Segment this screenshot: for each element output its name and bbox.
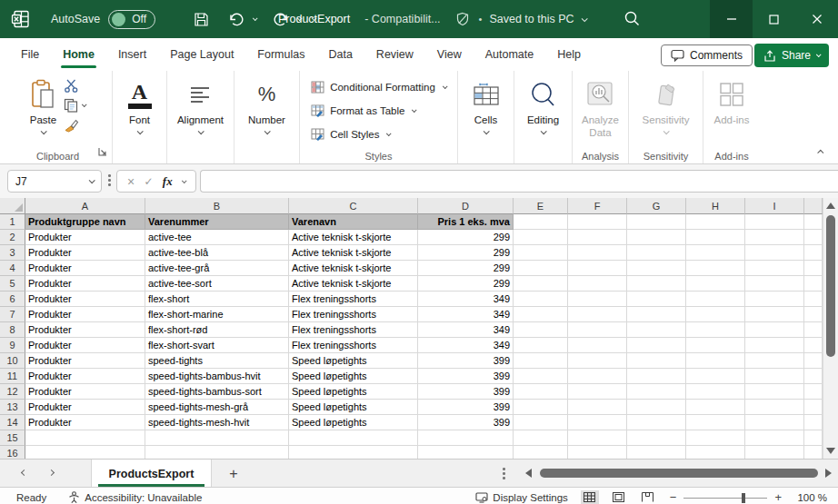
view-normal-icon[interactable] — [581, 490, 599, 504]
formula-input[interactable] — [200, 170, 838, 193]
cell-E16[interactable] — [514, 446, 568, 459]
cell-A2[interactable]: Produkter — [25, 230, 145, 245]
cell-x16[interactable] — [804, 446, 823, 459]
zoom-in-button[interactable]: + — [774, 490, 782, 504]
cell-H2[interactable] — [686, 230, 745, 245]
cell-G1[interactable] — [627, 214, 686, 230]
editing-button[interactable]: Editing — [527, 75, 559, 134]
column-header-C[interactable]: C — [289, 198, 418, 214]
cell-B9[interactable]: flex-short-svart — [145, 338, 289, 353]
cell-B11[interactable]: speed-tights-bambus-hvit — [145, 369, 289, 384]
cell-D9[interactable]: 349 — [418, 338, 514, 353]
cell-B13[interactable]: speed-tights-mesh-grå — [145, 400, 289, 415]
scroll-down-arrow[interactable] — [826, 448, 835, 454]
cell-A15[interactable] — [25, 430, 145, 446]
cell-x3[interactable] — [804, 245, 823, 261]
insert-function-icon[interactable]: fx — [163, 174, 173, 189]
cell-A14[interactable]: Produkter — [25, 415, 145, 430]
cell-E9[interactable] — [514, 338, 568, 353]
cell-G8[interactable] — [627, 322, 686, 338]
cell-E15[interactable] — [514, 430, 568, 446]
cell-A7[interactable]: Produkter — [25, 307, 145, 322]
tab-review[interactable]: Review — [364, 38, 425, 71]
cell-I8[interactable] — [745, 322, 804, 338]
cell-D14[interactable]: 399 — [418, 415, 514, 430]
cell-D16[interactable] — [418, 446, 514, 459]
cell-D10[interactable]: 399 — [418, 353, 514, 369]
cell-x14[interactable] — [804, 415, 823, 430]
column-header-G[interactable]: G — [627, 198, 686, 214]
cell-F5[interactable] — [568, 276, 627, 292]
display-settings-button[interactable]: Display Settings — [475, 492, 567, 503]
cell-A16[interactable] — [25, 446, 145, 459]
cell-x6[interactable] — [804, 292, 823, 307]
search-icon[interactable] — [624, 10, 641, 31]
cell-F7[interactable] — [568, 307, 627, 322]
cell-F2[interactable] — [568, 230, 627, 245]
tab-insert[interactable]: Insert — [106, 38, 158, 71]
insert-function-chevron[interactable] — [182, 178, 187, 183]
cell-D2[interactable]: 299 — [418, 230, 514, 245]
cell-H7[interactable] — [686, 307, 745, 322]
formula-bar-drag-handle[interactable] — [108, 174, 111, 186]
cell-I1[interactable] — [745, 214, 804, 230]
column-header-E[interactable]: E — [514, 198, 568, 214]
cell-x5[interactable] — [804, 276, 823, 292]
cell-H1[interactable] — [686, 214, 745, 230]
cell-I11[interactable] — [745, 369, 804, 384]
cell-E5[interactable] — [514, 276, 568, 292]
row-header-2[interactable]: 2 — [0, 230, 25, 245]
cell-C8[interactable]: Flex treningsshorts — [289, 322, 418, 338]
cell-F11[interactable] — [568, 369, 627, 384]
cell-F16[interactable] — [568, 446, 627, 459]
cell-F13[interactable] — [568, 400, 627, 415]
cell-F8[interactable] — [568, 322, 627, 338]
tab-page-layout[interactable]: Page Layout — [158, 38, 245, 71]
cell-I5[interactable] — [745, 276, 804, 292]
document-title[interactable]: ProductExport — [278, 13, 350, 25]
cell-D15[interactable] — [418, 430, 514, 446]
conditional-formatting-button[interactable]: Conditional Formatting — [311, 75, 446, 99]
undo-button[interactable] — [228, 13, 244, 26]
column-header-B[interactable]: B — [145, 198, 289, 214]
cell-H15[interactable] — [686, 430, 745, 446]
cell-H14[interactable] — [686, 415, 745, 430]
saved-status-chevron[interactable] — [581, 15, 587, 22]
font-button[interactable]: A Font — [128, 75, 152, 134]
row-header-10[interactable]: 10 — [0, 353, 25, 369]
cell-x7[interactable] — [804, 307, 823, 322]
cell-I16[interactable] — [745, 446, 804, 459]
cell-D7[interactable]: 349 — [418, 307, 514, 322]
cell-D3[interactable]: 299 — [418, 245, 514, 261]
cell-G9[interactable] — [627, 338, 686, 353]
cell-D11[interactable]: 399 — [418, 369, 514, 384]
cell-F4[interactable] — [568, 261, 627, 276]
cell-E8[interactable] — [514, 322, 568, 338]
save-button[interactable] — [194, 12, 209, 27]
cell-H5[interactable] — [686, 276, 745, 292]
number-button[interactable]: % Number — [248, 75, 285, 134]
row-header-14[interactable]: 14 — [0, 415, 25, 430]
cell-C10[interactable]: Speed løpetights — [289, 353, 418, 369]
cell-H3[interactable] — [686, 245, 745, 261]
cell-I2[interactable] — [745, 230, 804, 245]
cell-C4[interactable]: Active teknisk t-skjorte — [289, 261, 418, 276]
cell-G14[interactable] — [627, 415, 686, 430]
cell-D1[interactable]: Pris 1 eks. mva — [418, 214, 514, 230]
cell-B5[interactable]: active-tee-sort — [145, 276, 289, 292]
cell-G3[interactable] — [627, 245, 686, 261]
row-header-4[interactable]: 4 — [0, 261, 25, 276]
zoom-level[interactable]: 100 % — [794, 492, 827, 503]
cells-dropdown-chevron[interactable] — [484, 128, 490, 134]
cell-H13[interactable] — [686, 400, 745, 415]
sheet-more-dots[interactable] — [503, 468, 505, 479]
cell-B4[interactable]: active-tee-grå — [145, 261, 289, 276]
scroll-left-arrow[interactable] — [525, 469, 532, 478]
column-header-D[interactable]: D — [418, 198, 514, 214]
share-button[interactable]: Share — [754, 44, 829, 67]
cell-A10[interactable]: Produkter — [25, 353, 145, 369]
copy-button[interactable] — [64, 98, 85, 113]
autosave-toggle[interactable]: Off — [108, 10, 155, 29]
cell-x1[interactable] — [804, 214, 823, 230]
cell-G6[interactable] — [627, 292, 686, 307]
